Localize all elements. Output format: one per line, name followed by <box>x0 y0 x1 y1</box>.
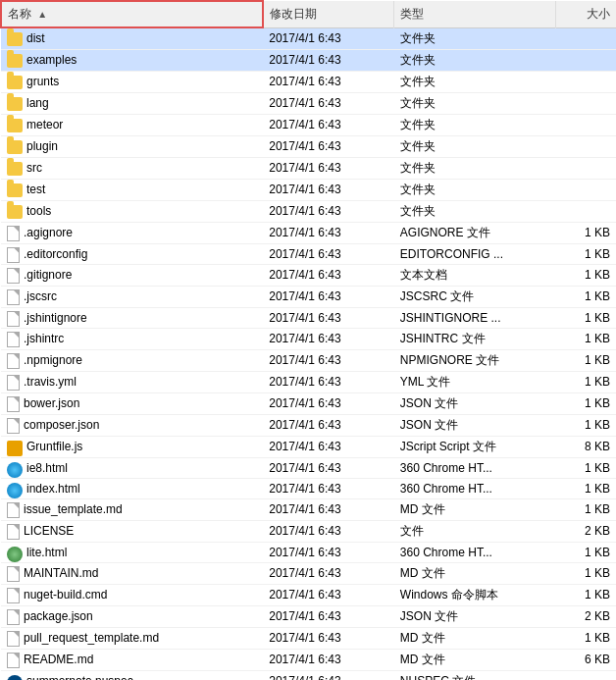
file-date-cell: 2017/4/1 6:43 <box>263 627 394 649</box>
folder-icon <box>7 76 23 89</box>
file-name-label: Gruntfile.js <box>26 440 82 453</box>
col-header-name[interactable]: 名称 ▲ <box>1 1 263 27</box>
table-row[interactable]: plugin 2017/4/1 6:43 文件夹 <box>1 135 616 157</box>
file-name-label: .npmignore <box>24 353 82 367</box>
file-icon <box>7 375 20 391</box>
file-type-cell: NPMIGNORE 文件 <box>394 349 555 371</box>
file-icon <box>7 609 20 625</box>
file-date-cell: 2017/4/1 6:43 <box>263 264 394 286</box>
table-row[interactable]: .jshintrc 2017/4/1 6:43 JSHINTRC 文件 1 KB <box>1 328 616 349</box>
file-size-cell: 1 KB <box>555 542 616 562</box>
file-name-label: .jshintignore <box>24 311 87 325</box>
folder-icon <box>7 119 23 132</box>
table-row[interactable]: lite.html 2017/4/1 6:43 360 Chrome HT...… <box>1 542 616 562</box>
table-row[interactable]: lang 2017/4/1 6:43 文件夹 <box>1 92 616 114</box>
file-icon <box>7 247 20 263</box>
table-row[interactable]: LICENSE 2017/4/1 6:43 文件 2 KB <box>1 520 616 542</box>
col-header-date[interactable]: 修改日期 <box>263 1 394 27</box>
table-row[interactable]: pull_request_template.md 2017/4/1 6:43 M… <box>1 627 616 649</box>
file-name-label: summernote.nuspec <box>26 674 133 680</box>
table-row[interactable]: .editorconfig 2017/4/1 6:43 EDITORCONFIG… <box>1 243 616 264</box>
file-date-cell: 2017/4/1 6:43 <box>263 436 394 457</box>
file-name-cell: Gruntfile.js <box>1 436 263 457</box>
table-row[interactable]: test 2017/4/1 6:43 文件夹 <box>1 179 616 200</box>
table-row[interactable]: tools 2017/4/1 6:43 文件夹 <box>1 200 616 222</box>
file-name-cell: .editorconfig <box>1 243 263 264</box>
file-type-cell: 文件夹 <box>394 179 555 200</box>
file-size-cell <box>555 200 616 222</box>
file-type-cell: 文件夹 <box>394 71 555 92</box>
table-row[interactable]: index.html 2017/4/1 6:43 360 Chrome HT..… <box>1 478 616 498</box>
file-type-cell: 文件夹 <box>394 157 555 179</box>
file-type-cell: 文件夹 <box>394 92 555 114</box>
table-row[interactable]: .agignore 2017/4/1 6:43 AGIGNORE 文件 1 KB <box>1 222 616 243</box>
table-row[interactable]: summernote.nuspec 2017/4/1 6:43 NUSPEC 文… <box>1 670 616 680</box>
col-header-type[interactable]: 类型 <box>394 1 555 27</box>
file-size-cell: 1 KB <box>555 392 616 414</box>
table-row[interactable]: .gitignore 2017/4/1 6:43 文本文档 1 KB <box>1 264 616 286</box>
file-icon <box>7 311 20 327</box>
file-date-cell: 2017/4/1 6:43 <box>263 670 394 680</box>
table-row[interactable]: MAINTAIN.md 2017/4/1 6:43 MD 文件 1 KB <box>1 562 616 584</box>
file-date-cell: 2017/4/1 6:43 <box>263 605 394 627</box>
table-row[interactable]: .jscsrc 2017/4/1 6:43 JSCSRC 文件 1 KB <box>1 286 616 307</box>
file-size-cell <box>555 179 616 200</box>
file-name-cell: MAINTAIN.md <box>1 562 263 584</box>
folder-icon <box>7 97 23 111</box>
table-row[interactable]: .travis.yml 2017/4/1 6:43 YML 文件 1 KB <box>1 371 616 392</box>
table-row[interactable]: src 2017/4/1 6:43 文件夹 <box>1 157 616 179</box>
file-date-cell: 2017/4/1 6:43 <box>263 392 394 414</box>
file-size-cell <box>555 135 616 157</box>
table-row[interactable]: package.json 2017/4/1 6:43 JSON 文件 2 KB <box>1 605 616 627</box>
file-date-cell: 2017/4/1 6:43 <box>263 49 394 71</box>
file-type-cell: 文件 <box>394 520 555 542</box>
table-row[interactable]: .npmignore 2017/4/1 6:43 NPMIGNORE 文件 1 … <box>1 349 616 371</box>
table-row[interactable]: issue_template.md 2017/4/1 6:43 MD 文件 1 … <box>1 498 616 520</box>
file-name-label: composer.json <box>24 418 99 432</box>
folder-icon <box>7 32 23 46</box>
file-name-cell: ie8.html <box>1 457 263 478</box>
file-name-cell: lite.html <box>1 542 263 562</box>
table-row[interactable]: nuget-build.cmd 2017/4/1 6:43 Windows 命令… <box>1 584 616 605</box>
file-size-cell: 1 KB <box>555 349 616 371</box>
file-type-cell: JSHINTIGNORE ... <box>394 307 555 328</box>
file-size-cell: 1 KB <box>555 414 616 436</box>
file-type-cell: JSON 文件 <box>394 392 555 414</box>
file-date-cell: 2017/4/1 6:43 <box>263 179 394 200</box>
file-name-cell: .jscsrc <box>1 286 263 307</box>
table-row[interactable]: meteor 2017/4/1 6:43 文件夹 <box>1 114 616 135</box>
sort-arrow-name: ▲ <box>37 9 47 20</box>
table-row[interactable]: Gruntfile.js 2017/4/1 6:43 JScript Scrip… <box>1 436 616 457</box>
file-type-cell: JScript Script 文件 <box>394 436 555 457</box>
table-row[interactable]: examples 2017/4/1 6:43 文件夹 <box>1 49 616 71</box>
file-type-cell: Windows 命令脚本 <box>394 584 555 605</box>
file-date-cell: 2017/4/1 6:43 <box>263 584 394 605</box>
table-row[interactable]: bower.json 2017/4/1 6:43 JSON 文件 1 KB <box>1 392 616 414</box>
table-row[interactable]: composer.json 2017/4/1 6:43 JSON 文件 1 KB <box>1 414 616 436</box>
col-header-size[interactable]: 大小 <box>555 1 616 27</box>
file-icon <box>7 631 20 647</box>
file-name-label: bower.json <box>24 396 79 410</box>
file-type-cell: 360 Chrome HT... <box>394 542 555 562</box>
file-date-cell: 2017/4/1 6:43 <box>263 520 394 542</box>
table-row[interactable]: grunts 2017/4/1 6:43 文件夹 <box>1 71 616 92</box>
file-size-cell: 2 KB <box>555 520 616 542</box>
grunt-icon <box>7 441 23 456</box>
folder-icon <box>7 140 23 154</box>
table-row[interactable]: dist 2017/4/1 6:43 文件夹 <box>1 27 616 49</box>
table-row[interactable]: ie8.html 2017/4/1 6:43 360 Chrome HT... … <box>1 457 616 478</box>
file-name-label: MAINTAIN.md <box>24 566 98 580</box>
file-name-cell: .travis.yml <box>1 371 263 392</box>
file-type-cell: 文件夹 <box>394 135 555 157</box>
file-icon <box>7 502 20 518</box>
file-size-cell <box>555 49 616 71</box>
file-name-label: LICENSE <box>24 524 74 538</box>
file-name-label: src <box>26 161 42 175</box>
file-name-label: tools <box>26 204 51 218</box>
table-row[interactable]: README.md 2017/4/1 6:43 MD 文件 6 KB <box>1 649 616 670</box>
file-type-cell: MD 文件 <box>394 627 555 649</box>
file-name-cell: .jshintrc <box>1 328 263 349</box>
file-name-label: plugin <box>26 139 58 153</box>
table-row[interactable]: .jshintignore 2017/4/1 6:43 JSHINTIGNORE… <box>1 307 616 328</box>
file-size-cell <box>555 157 616 179</box>
